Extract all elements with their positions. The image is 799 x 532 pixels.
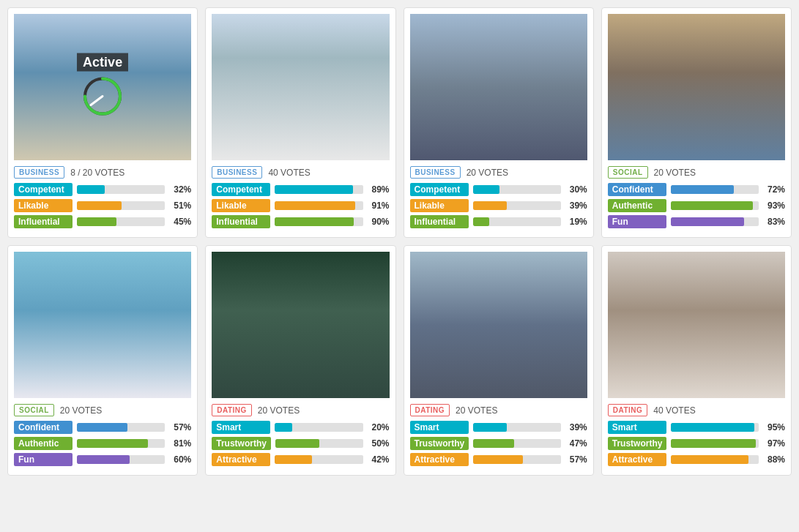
stat-row-7-1: Smart39% bbox=[410, 421, 587, 434]
stat-label-4-1: Confident bbox=[608, 183, 666, 196]
stat-bar-3-1 bbox=[473, 185, 499, 194]
stat-pct-2-1: 89% bbox=[368, 184, 390, 195]
stat-row-3-1: Competent30% bbox=[410, 183, 587, 196]
stat-bar-3-2 bbox=[473, 201, 508, 210]
stat-bar-1-2 bbox=[77, 201, 122, 210]
stat-bar-4-1 bbox=[671, 185, 735, 194]
stat-row-4-3: Fun83% bbox=[608, 215, 785, 228]
stat-bar-container-3-3 bbox=[473, 217, 561, 226]
photo-card-3[interactable]: BUSINESS20 VOTESCompetent30%Likable39%In… bbox=[404, 7, 594, 238]
stat-pct-3-1: 30% bbox=[565, 184, 587, 195]
card-image-6 bbox=[212, 252, 389, 398]
photo-card-1[interactable]: Active BUSINESS8 / 20 VOTESCompetent32%L… bbox=[7, 7, 198, 238]
stat-bar-container-7-1 bbox=[473, 423, 561, 432]
stat-label-7-2: Trustworthy bbox=[410, 437, 469, 450]
votes-count-4: 20 VOTES bbox=[654, 168, 696, 178]
stat-pct-4-3: 83% bbox=[763, 217, 785, 227]
votes-count-6: 20 VOTES bbox=[258, 405, 300, 416]
stat-pct-5-2: 81% bbox=[169, 438, 191, 449]
stat-label-3-2: Likable bbox=[410, 199, 469, 212]
photo-card-2[interactable]: BUSINESS40 VOTESCompetent89%Likable91%In… bbox=[205, 7, 395, 238]
card-image-8 bbox=[608, 252, 785, 398]
stat-bar-container-2-3 bbox=[275, 217, 363, 226]
stat-bar-2-2 bbox=[275, 201, 354, 210]
stat-row-2-2: Likable91% bbox=[212, 199, 389, 212]
stat-bar-5-3 bbox=[77, 455, 130, 464]
stat-pct-2-3: 90% bbox=[368, 217, 390, 227]
stat-bar-container-5-3 bbox=[77, 455, 165, 464]
stat-label-6-2: Trustworthy bbox=[212, 437, 271, 450]
stat-label-6-3: Attractive bbox=[212, 453, 270, 466]
card-image-7 bbox=[410, 252, 587, 398]
stat-row-3-2: Likable39% bbox=[410, 199, 587, 212]
stat-bar-container-8-3 bbox=[671, 455, 759, 464]
stat-bar-7-3 bbox=[473, 455, 524, 464]
stat-pct-8-2: 97% bbox=[763, 438, 785, 449]
stat-bar-container-6-1 bbox=[275, 423, 363, 432]
stat-pct-2-2: 91% bbox=[368, 201, 390, 211]
stat-row-8-2: Trustworthy97% bbox=[608, 437, 785, 450]
stat-bar-8-3 bbox=[671, 455, 748, 464]
card-image-4 bbox=[608, 14, 785, 160]
stat-bar-container-3-2 bbox=[473, 201, 561, 210]
stat-bar-8-2 bbox=[671, 439, 756, 448]
stat-pct-8-3: 88% bbox=[763, 454, 785, 465]
stat-bar-6-2 bbox=[275, 439, 319, 448]
stat-label-6-1: Smart bbox=[212, 421, 270, 434]
votes-count-1: 8 / 20 VOTES bbox=[70, 168, 125, 178]
stat-label-8-1: Smart bbox=[608, 421, 666, 434]
card-meta-5: SOCIAL20 VOTES bbox=[14, 404, 191, 416]
votes-count-7: 20 VOTES bbox=[456, 405, 497, 416]
stat-bar-4-2 bbox=[671, 201, 753, 210]
photo-card-6[interactable]: DATING20 VOTESSmart20%Trustworthy50%Attr… bbox=[205, 245, 395, 476]
stat-pct-1-2: 51% bbox=[169, 201, 191, 211]
stat-bar-container-2-1 bbox=[275, 185, 363, 194]
photo-card-7[interactable]: DATING20 VOTESSmart39%Trustworthy47%Attr… bbox=[404, 245, 594, 476]
stat-row-8-1: Smart95% bbox=[608, 421, 785, 434]
stat-row-5-2: Authentic81% bbox=[14, 437, 191, 450]
stat-bar-container-7-2 bbox=[473, 439, 561, 448]
stat-bar-3-3 bbox=[473, 217, 490, 226]
stat-row-5-3: Fun60% bbox=[14, 453, 191, 466]
stat-bar-6-1 bbox=[275, 423, 292, 432]
badge-business: BUSINESS bbox=[212, 166, 262, 179]
stat-pct-4-2: 93% bbox=[763, 201, 785, 211]
card-meta-1: BUSINESS8 / 20 VOTES bbox=[14, 166, 191, 179]
stat-bar-container-1-2 bbox=[77, 201, 165, 210]
stat-label-2-1: Competent bbox=[212, 183, 270, 196]
stat-label-1-2: Likable bbox=[14, 199, 73, 212]
card-meta-2: BUSINESS40 VOTES bbox=[212, 166, 389, 179]
photo-grid: Active BUSINESS8 / 20 VOTESCompetent32%L… bbox=[7, 7, 792, 476]
stat-pct-5-3: 60% bbox=[169, 454, 191, 465]
stat-row-6-2: Trustworthy50% bbox=[212, 437, 389, 450]
stat-bar-container-8-2 bbox=[671, 439, 759, 448]
stat-row-5-1: Confident57% bbox=[14, 421, 191, 434]
card-meta-4: SOCIAL20 VOTES bbox=[608, 166, 785, 179]
stat-pct-1-1: 32% bbox=[169, 184, 191, 195]
photo-card-5[interactable]: SOCIAL20 VOTESConfident57%Authentic81%Fu… bbox=[7, 245, 198, 476]
badge-dating: DATING bbox=[410, 404, 450, 416]
stat-label-2-2: Likable bbox=[212, 199, 270, 212]
photo-card-4[interactable]: SOCIAL20 VOTESConfident72%Authentic93%Fu… bbox=[601, 7, 792, 238]
stat-pct-8-1: 95% bbox=[763, 422, 785, 432]
stat-label-2-3: Influential bbox=[212, 215, 270, 228]
badge-business: BUSINESS bbox=[410, 166, 461, 179]
photo-card-8[interactable]: DATING40 VOTESSmart95%Trustworthy97%Attr… bbox=[601, 245, 792, 476]
stat-pct-7-1: 39% bbox=[565, 422, 587, 432]
stat-row-3-3: Influential19% bbox=[410, 215, 587, 228]
stat-row-2-3: Influential90% bbox=[212, 215, 389, 228]
stat-label-5-1: Confident bbox=[14, 421, 73, 434]
badge-social: SOCIAL bbox=[14, 404, 54, 416]
stat-row-1-1: Competent32% bbox=[14, 183, 191, 196]
svg-line-1 bbox=[91, 97, 103, 105]
card-image-2 bbox=[212, 14, 389, 160]
stat-label-5-2: Authentic bbox=[14, 437, 73, 450]
stat-bar-4-3 bbox=[671, 217, 744, 226]
stat-pct-6-1: 20% bbox=[368, 422, 390, 432]
stat-row-1-3: Influential45% bbox=[14, 215, 191, 228]
card-image-1: Active bbox=[14, 14, 191, 160]
badge-dating: DATING bbox=[212, 404, 252, 416]
stat-bar-container-5-1 bbox=[77, 423, 165, 432]
card-meta-3: BUSINESS20 VOTES bbox=[410, 166, 587, 179]
votes-count-8: 40 VOTES bbox=[653, 405, 695, 416]
